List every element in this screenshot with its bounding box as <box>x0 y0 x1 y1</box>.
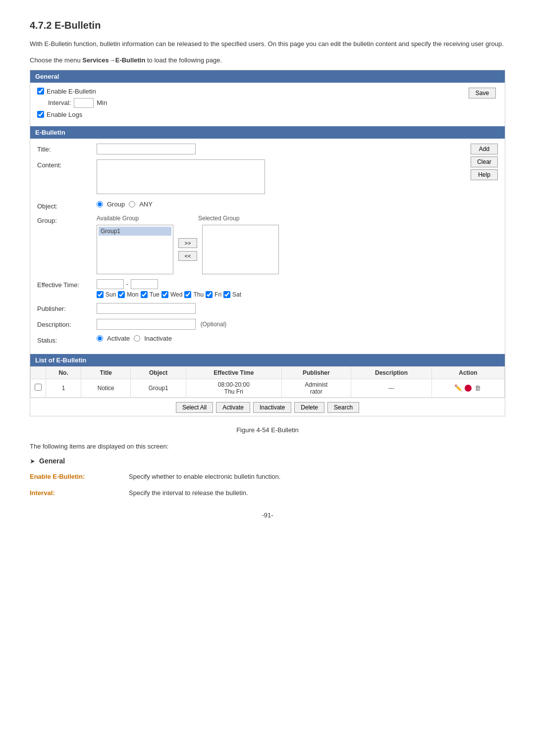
object-group-label: Group <box>107 201 125 208</box>
object-group-radio[interactable] <box>97 201 103 207</box>
day-tue-checkbox[interactable] <box>141 291 148 298</box>
description-label: Description: <box>37 319 97 328</box>
days-row: Sun Mon Tue Wed Thu Fri Sat <box>97 291 498 298</box>
field-interval-name: Interval: <box>30 489 129 497</box>
activate-button[interactable]: Activate <box>216 402 250 413</box>
table-row: 1 Notice Group1 08:00-20:00 Thu Fri Admi… <box>31 379 505 397</box>
list-body: No. Title Object Effective Time Publishe… <box>30 366 505 416</box>
enable-ebulletin-row: Enable E-Bulletin <box>37 88 107 95</box>
row-checkbox[interactable] <box>35 384 42 391</box>
object-label: Object: <box>37 201 97 210</box>
delete-button[interactable]: Delete <box>294 402 324 413</box>
page-number: -91- <box>30 511 505 519</box>
search-button[interactable]: Search <box>327 402 359 413</box>
col-checkbox <box>31 366 46 379</box>
object-control: Group ANY <box>97 201 498 208</box>
enable-logs-label[interactable]: Enable Logs <box>37 111 82 118</box>
day-sun-checkbox[interactable] <box>97 291 104 298</box>
day-wed-checkbox[interactable] <box>161 291 168 298</box>
time-start-input[interactable]: 00:00 <box>97 279 124 289</box>
inactivate-button[interactable]: Inactivate <box>253 402 291 413</box>
title-input[interactable] <box>97 144 196 154</box>
effective-time-control: 00:00 - 24:00 Sun Mon Tue Wed Thu Fr <box>97 279 498 298</box>
enable-ebulletin-text: Enable E-Bulletin <box>47 88 96 95</box>
select-all-button[interactable]: Select All <box>176 402 213 413</box>
row-action: ✏️ 🗑 <box>431 379 504 397</box>
list-table-body: 1 Notice Group1 08:00-20:00 Thu Fri Admi… <box>31 379 505 397</box>
publisher-input[interactable] <box>97 303 196 314</box>
edit-icon[interactable]: ✏️ <box>454 384 463 393</box>
field-interval: Interval: Specify the interval to releas… <box>30 489 505 497</box>
day-fri-checkbox[interactable] <box>206 291 213 298</box>
intro-paragraph: With E-Bulletin function, bulletin infor… <box>30 39 505 50</box>
description-row: Description: (Optional) <box>37 319 498 330</box>
clear-button[interactable]: Clear <box>471 156 498 167</box>
enable-ebulletin-checkbox[interactable] <box>37 88 44 95</box>
desc-intro: The following items are displayed on thi… <box>30 443 505 450</box>
interval-input[interactable]: 60 <box>74 98 94 108</box>
row-no: 1 <box>46 379 81 397</box>
save-btn-container: Save <box>469 88 498 99</box>
page-title: 4.7.2 E-Bulletin <box>30 20 505 31</box>
add-button[interactable]: Add <box>471 144 498 154</box>
stop-icon[interactable] <box>465 385 472 392</box>
field-enable-ebulletin-desc: Specify whether to enable electronic bul… <box>129 473 505 480</box>
row-publisher: Administ rator <box>281 379 351 397</box>
group-label: Group: <box>37 215 97 224</box>
ebulletin-header: E-Bulletin <box>30 126 505 139</box>
content-control <box>97 159 498 196</box>
object-any-label: ANY <box>139 201 153 208</box>
table-footer: Select All Activate Inactivate Delete Se… <box>30 398 505 416</box>
publisher-control <box>97 303 498 314</box>
col-title: Title <box>81 366 131 379</box>
day-tue-label: Tue <box>150 291 160 298</box>
row-effective-time: 08:00-20:00 Thu Fri <box>186 379 281 397</box>
enable-logs-checkbox[interactable] <box>37 111 44 118</box>
day-sun-label: Sun <box>106 291 116 298</box>
optional-text: (Optional) <box>201 321 227 328</box>
enable-logs-row: Enable Logs <box>37 111 107 118</box>
available-group-list[interactable]: Group1 <box>97 225 173 274</box>
col-description: Description <box>351 366 432 379</box>
available-group-header: Available Group <box>97 215 173 222</box>
status-activate-label: Activate <box>107 335 130 342</box>
selected-group-list[interactable] <box>202 225 279 274</box>
enable-ebulletin-label[interactable]: Enable E-Bulletin <box>37 88 96 95</box>
day-thu-label: Thu <box>193 291 204 298</box>
status-inactivate-label: Inactivate <box>144 335 172 342</box>
move-left-button[interactable]: << <box>178 251 197 261</box>
row-pub-line1: Administ <box>286 381 347 388</box>
effective-time-row: Effective Time: 00:00 - 24:00 Sun Mon Tu… <box>37 279 498 298</box>
delete-icon[interactable]: 🗑 <box>474 384 482 393</box>
help-button[interactable]: Help <box>471 169 498 180</box>
day-wed-label: Wed <box>170 291 182 298</box>
object-any-radio[interactable] <box>129 201 135 207</box>
group1-available-item[interactable]: Group1 <box>99 227 171 236</box>
time-end-input[interactable]: 24:00 <box>131 279 158 289</box>
day-sat-checkbox[interactable] <box>223 291 230 298</box>
status-label: Status: <box>37 335 97 344</box>
day-mon-checkbox[interactable] <box>118 291 125 298</box>
move-right-button[interactable]: >> <box>178 238 197 248</box>
col-effective-time: Effective Time <box>186 366 281 379</box>
group-row: Group: Available Group Selected Group Gr… <box>37 215 498 274</box>
general-bullet: ➤ General <box>30 457 505 465</box>
content-textarea[interactable] <box>97 159 265 194</box>
publisher-label: Publisher: <box>37 303 97 312</box>
content-label: Content: <box>37 159 97 169</box>
row-title: Notice <box>81 379 131 397</box>
save-button[interactable]: Save <box>469 88 496 99</box>
status-radio-row: Activate Inactivate <box>97 335 498 342</box>
description-input[interactable] <box>97 319 196 330</box>
status-inactivate-radio[interactable] <box>134 335 140 342</box>
list-table: No. Title Object Effective Time Publishe… <box>30 366 505 398</box>
day-thu-checkbox[interactable] <box>184 291 191 298</box>
instruction-prefix: Choose the menu <box>30 56 82 64</box>
status-activate-radio[interactable] <box>97 335 103 342</box>
row-checkbox-cell <box>31 379 46 397</box>
object-radio-row: Group ANY <box>97 201 498 208</box>
interval-row: Interval: 60 Min <box>48 98 107 108</box>
field-interval-desc: Specify the interval to release the bull… <box>129 489 505 497</box>
interval-label: Interval: <box>48 99 71 106</box>
list-table-header-row: No. Title Object Effective Time Publishe… <box>31 366 505 379</box>
